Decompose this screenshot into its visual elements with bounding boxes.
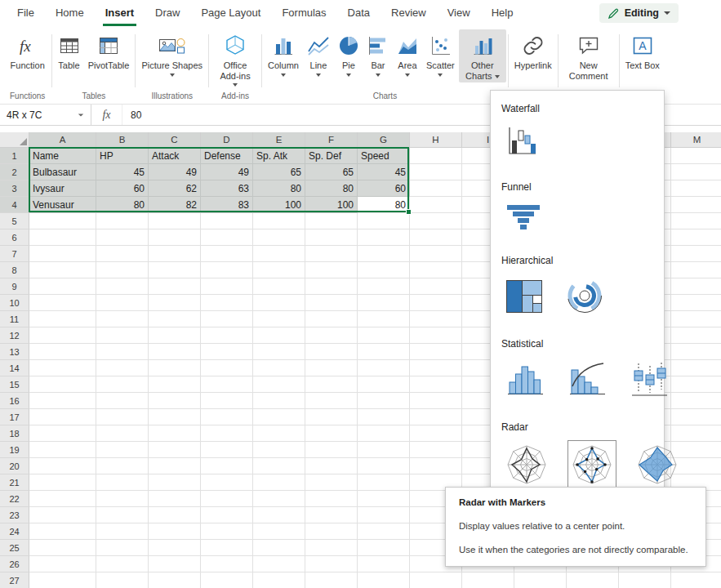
cell-D16[interactable] — [201, 393, 253, 409]
cell-B3[interactable]: 60 — [96, 180, 149, 197]
cell-F13[interactable] — [305, 344, 358, 360]
cell-B2[interactable]: 45 — [96, 164, 149, 180]
cell-L27[interactable] — [619, 572, 671, 588]
pivottable-button[interactable]: PivotTable — [84, 29, 134, 73]
cell-M10[interactable] — [671, 295, 721, 311]
cell-C2[interactable]: 49 — [149, 164, 201, 180]
cell-A25[interactable] — [29, 540, 96, 556]
row-header-27[interactable]: 27 — [0, 572, 29, 588]
row-header-17[interactable]: 17 — [0, 409, 29, 425]
cell-F27[interactable] — [305, 572, 358, 588]
cell-D2[interactable]: 49 — [201, 164, 253, 180]
row-header-5[interactable]: 5 — [0, 213, 29, 229]
cell-E19[interactable] — [253, 442, 305, 458]
cell-D22[interactable] — [201, 491, 253, 507]
row-header-8[interactable]: 8 — [0, 262, 29, 278]
cell-D3[interactable]: 63 — [201, 180, 253, 197]
cell-G7[interactable] — [358, 246, 410, 262]
cell-H6[interactable] — [410, 229, 462, 246]
cell-A18[interactable] — [29, 425, 96, 442]
cell-H16[interactable] — [410, 393, 462, 409]
cell-D15[interactable] — [201, 376, 253, 393]
cell-M5[interactable] — [671, 213, 721, 229]
cell-C26[interactable] — [149, 556, 201, 572]
cell-G4[interactable]: 80 — [358, 197, 410, 213]
row-header-25[interactable]: 25 — [0, 540, 29, 556]
cell-E27[interactable] — [253, 572, 305, 588]
cell-B17[interactable] — [96, 409, 149, 425]
cell-C14[interactable] — [149, 360, 201, 376]
menu-tab-review[interactable]: Review — [381, 0, 437, 26]
row-header-6[interactable]: 6 — [0, 229, 29, 246]
cell-D20[interactable] — [201, 458, 253, 474]
cell-A24[interactable] — [29, 523, 96, 540]
cell-F2[interactable]: 65 — [305, 164, 358, 180]
cell-E23[interactable] — [253, 507, 305, 523]
cell-A10[interactable] — [29, 295, 96, 311]
menu-tab-data[interactable]: Data — [337, 0, 381, 26]
cell-H3[interactable] — [410, 180, 462, 197]
cell-G22[interactable] — [358, 491, 410, 507]
cell-G20[interactable] — [358, 458, 410, 474]
cell-C12[interactable] — [149, 327, 201, 344]
cell-F8[interactable] — [305, 262, 358, 278]
cell-H10[interactable] — [410, 295, 462, 311]
cell-A22[interactable] — [29, 491, 96, 507]
cell-E25[interactable] — [253, 540, 305, 556]
column-header-C[interactable]: C — [149, 132, 201, 148]
cell-G2[interactable]: 45 — [358, 164, 410, 180]
cell-B4[interactable]: 80 — [96, 197, 149, 213]
cell-C20[interactable] — [149, 458, 201, 474]
cell-B22[interactable] — [96, 491, 149, 507]
row-header-2[interactable]: 2 — [0, 164, 29, 180]
cell-E12[interactable] — [253, 327, 305, 344]
cell-A23[interactable] — [29, 507, 96, 523]
cell-C15[interactable] — [149, 376, 201, 393]
cell-A15[interactable] — [29, 376, 96, 393]
cell-M6[interactable] — [671, 229, 721, 246]
cell-B23[interactable] — [96, 507, 149, 523]
menu-tab-help[interactable]: Help — [481, 0, 524, 26]
cell-G27[interactable] — [358, 572, 410, 588]
cell-D27[interactable] — [201, 572, 253, 588]
menu-tab-view[interactable]: View — [437, 0, 481, 26]
cell-B10[interactable] — [96, 295, 149, 311]
cell-G17[interactable] — [358, 409, 410, 425]
cell-D24[interactable] — [201, 523, 253, 540]
cell-B5[interactable] — [96, 213, 149, 229]
box-and-whisker-chart-item[interactable] — [626, 357, 672, 401]
cell-C10[interactable] — [149, 295, 201, 311]
cell-D18[interactable] — [201, 425, 253, 442]
menu-tab-home[interactable]: Home — [45, 0, 95, 26]
cell-M16[interactable] — [671, 393, 721, 409]
text-box-button[interactable]: A Text Box — [621, 29, 664, 73]
cell-G11[interactable] — [358, 311, 410, 327]
menu-tab-draw[interactable]: Draw — [145, 0, 190, 26]
sunburst-chart-item[interactable] — [563, 274, 607, 318]
cell-B12[interactable] — [96, 327, 149, 344]
row-header-14[interactable]: 14 — [0, 360, 29, 376]
row-header-9[interactable]: 9 — [0, 278, 29, 295]
cell-A17[interactable] — [29, 409, 96, 425]
pie-chart-button[interactable]: Pie — [334, 29, 363, 78]
cell-M14[interactable] — [671, 360, 721, 376]
cell-F21[interactable] — [305, 474, 358, 491]
cell-B26[interactable] — [96, 556, 149, 572]
cell-E9[interactable] — [253, 278, 305, 295]
cell-D21[interactable] — [201, 474, 253, 491]
cell-M11[interactable] — [671, 311, 721, 327]
cell-D7[interactable] — [201, 246, 253, 262]
cell-E18[interactable] — [253, 425, 305, 442]
cell-F3[interactable]: 80 — [305, 180, 358, 197]
cell-A20[interactable] — [29, 458, 96, 474]
cell-G16[interactable] — [358, 393, 410, 409]
scatter-chart-button[interactable]: Scatter — [422, 29, 459, 78]
cell-M4[interactable] — [671, 197, 721, 213]
cell-G19[interactable] — [358, 442, 410, 458]
waterfall-chart-item[interactable] — [502, 122, 541, 161]
column-header-M[interactable]: M — [671, 132, 721, 148]
insert-function-button[interactable]: fx — [91, 105, 122, 125]
row-header-22[interactable]: 22 — [0, 491, 29, 507]
cell-H12[interactable] — [410, 327, 462, 344]
column-header-D[interactable]: D — [201, 132, 253, 148]
